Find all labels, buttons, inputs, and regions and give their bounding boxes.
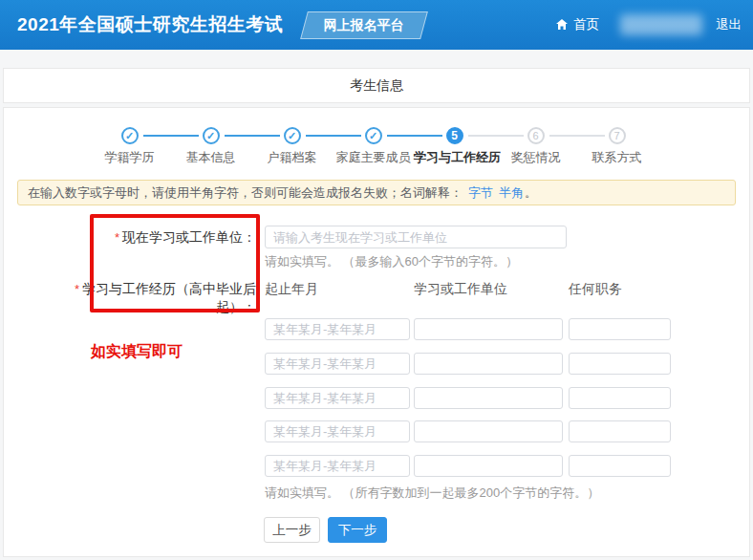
period-input-1[interactable] [265,318,410,340]
period-input-5[interactable] [265,455,410,477]
step-check-icon: ✓ [284,127,301,144]
step-check-icon: ✓ [203,127,220,144]
platform-badge: 网上报名平台 [304,11,424,39]
step-huji-dangan: ✓ 户籍档案 [251,127,333,166]
current-unit-helper: 请如实填写。 （最多输入60个字节的字符。） [265,253,518,270]
position-input-2[interactable] [569,353,671,375]
page-title: 考生信息 [350,77,403,95]
home-icon [555,18,569,32]
annotation-red-note: 如实填写即可 [91,342,183,362]
unit-input-2[interactable] [414,353,563,375]
stepper: ✓ 学籍学历 ✓ 基本信息 ✓ 户籍档案 ✓ 家庭主要成员 5 学习与工作经历 … [89,127,658,166]
experience-label: *学习与工作经历（高中毕业后起）： [73,280,256,316]
period-input-4[interactable] [265,420,410,442]
unit-input-5[interactable] [414,455,563,477]
top-bar: 2021年全国硕士研究生招生考试 网上报名平台 首页 退出 [0,0,753,50]
step-xuexi-gongzuo-jingli: 5 学习与工作经历 [414,127,495,166]
position-input-3[interactable] [569,387,671,409]
position-input-4[interactable] [569,420,671,442]
halfwidth-notice: 在输入数字或字母时，请使用半角字符，否则可能会造成报名失败；名词解释：字节半角。 [17,180,736,205]
top-bar-right: 首页 退出 [555,0,753,50]
step-lianxi-fangshi: 7 联系方式 [576,127,657,166]
username-redacted [620,14,702,35]
step-jiben-xinxi: ✓ 基本信息 [170,127,251,166]
unit-input-4[interactable] [414,420,563,442]
unit-input-3[interactable] [414,387,563,409]
next-step-button[interactable]: 下一步 [328,517,387,543]
step-number: 5 [446,127,463,144]
column-header-period: 起止年月 [265,281,318,298]
column-header-position: 任何职务 [569,281,622,298]
required-asterisk: * [75,282,79,296]
page-title-card: 考生信息 [3,68,750,103]
experience-helper: 请如实填写。 （所有字数加到一起最多200个字节的字符。） [265,485,599,502]
home-link[interactable]: 首页 [555,16,599,33]
app-title: 2021年全国硕士研究生招生考试 [17,12,283,37]
page: 2021年全国硕士研究生招生考试 网上报名平台 首页 退出 考生信息 ✓ 学籍学… [0,0,753,560]
column-header-unit: 学习或工作单位 [414,281,507,298]
step-xueji-xueli: ✓ 学籍学历 [89,127,170,166]
home-link-label: 首页 [573,16,599,33]
required-asterisk: * [115,230,119,245]
logout-link[interactable]: 退出 [716,16,742,33]
step-jiangcheng-qingkuang: 6 奖惩情况 [495,127,576,166]
unit-input-1[interactable] [414,318,563,340]
position-input-5[interactable] [569,455,671,477]
main-card: ✓ 学籍学历 ✓ 基本信息 ✓ 户籍档案 ✓ 家庭主要成员 5 学习与工作经历 … [3,107,750,557]
current-unit-input[interactable] [265,226,567,248]
platform-badge-label: 网上报名平台 [324,17,404,34]
step-check-icon: ✓ [121,127,139,144]
link-byte[interactable]: 字节 [468,185,493,200]
current-unit-label: *现在学习或工作单位： [4,228,256,247]
step-jiating-chengyuan: ✓ 家庭主要成员 [333,127,414,166]
step-number: 6 [527,127,545,144]
link-halfwidth[interactable]: 半角 [499,185,524,200]
step-number: 7 [609,127,626,144]
step-check-icon: ✓ [365,127,382,144]
position-input-1[interactable] [569,318,671,340]
period-input-2[interactable] [265,353,410,375]
prev-step-button[interactable]: 上一步 [264,517,320,543]
period-input-3[interactable] [265,387,410,409]
